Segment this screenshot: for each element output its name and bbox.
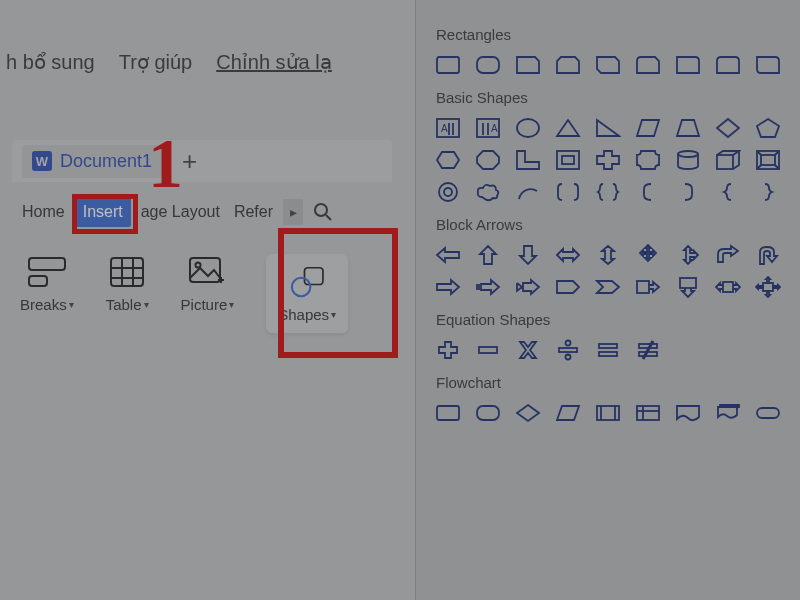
shape-hexagon[interactable] [434,148,462,172]
shape-arrow-pentagon[interactable] [554,275,582,299]
svg-rect-44 [599,344,617,348]
shape-pentagon[interactable] [754,116,782,140]
tab-scroll-right[interactable]: ▸ [283,199,303,225]
shape-fc-alt[interactable] [474,401,502,425]
shape-bevel[interactable] [754,148,782,172]
shape-fc-multidoc[interactable] [714,401,742,425]
shape-plus[interactable] [434,338,462,362]
shapes-button[interactable]: Shapes▾ [266,254,348,333]
shape-snip-diag-rect[interactable] [594,53,622,77]
shape-snip2-rect[interactable] [554,53,582,77]
shape-fc-terminator[interactable] [754,401,782,425]
shape-textbox-v[interactable]: A [474,116,502,140]
menu-item-edit[interactable]: Chỉnh sửa lạ [216,50,332,80]
shape-multiply[interactable] [514,338,542,362]
table-button[interactable]: Table▾ [106,254,149,313]
breaks-label: Breaks [20,296,67,313]
shape-arrow-callout-lr[interactable] [714,275,742,299]
shape-fc-process[interactable] [434,401,462,425]
shape-fc-internal[interactable] [634,401,662,425]
shape-round-rect[interactable] [474,53,502,77]
picture-button[interactable]: Picture▾ [181,254,235,313]
shape-equal[interactable] [594,338,622,362]
shape-trapezoid[interactable] [674,116,702,140]
shape-minus[interactable] [474,338,502,362]
shape-arrow-down[interactable] [514,243,542,267]
tab-home[interactable]: Home [18,197,69,227]
shape-diamond[interactable] [714,116,742,140]
category-rectangles: Rectangles [436,26,782,43]
shape-arrow-callout-d[interactable] [674,275,702,299]
shape-frame[interactable] [554,148,582,172]
category-flowchart: Flowchart [436,374,782,391]
shape-arrow-uturn[interactable] [754,243,782,267]
shape-arrow-ud[interactable] [594,243,622,267]
menu-item[interactable]: h bổ sung [6,50,95,80]
shape-octagon[interactable] [474,148,502,172]
shape-plaque[interactable] [634,148,662,172]
shape-not-equal[interactable] [634,338,662,362]
menu-item[interactable]: Trợ giúp [119,50,193,80]
shape-arrow-notched[interactable] [514,275,542,299]
shape-round1-rect[interactable] [674,53,702,77]
shape-parallelogram[interactable] [634,116,662,140]
word-icon: W [32,151,52,171]
shape-divide[interactable] [554,338,582,362]
shape-right-triangle[interactable] [594,116,622,140]
document-tab[interactable]: W Document1 [22,145,162,178]
shape-oval[interactable] [514,116,542,140]
tab-references[interactable]: Refer [230,197,277,227]
svg-point-42 [566,341,571,346]
shape-arrow-bent[interactable] [714,243,742,267]
svg-text:A: A [441,123,448,134]
shape-arrow-callout-r[interactable] [634,275,662,299]
shape-donut[interactable] [434,180,462,204]
ribbon-tabs: Home Insert age Layout Refer ▸ [12,190,392,234]
shape-round2-rect[interactable] [714,53,742,77]
svg-rect-2 [29,258,65,270]
table-label: Table [106,296,142,313]
row-rectangles [434,53,782,77]
shape-arc[interactable] [514,180,542,204]
shape-bracket-pair[interactable] [554,180,582,204]
shape-fc-predef[interactable] [594,401,622,425]
breaks-button[interactable]: Breaks▾ [20,254,74,313]
shape-brace-pair[interactable] [594,180,622,204]
shape-arrow-lr[interactable] [554,243,582,267]
shape-arrow-left[interactable] [434,243,462,267]
shape-right-brace[interactable] [754,180,782,204]
shape-cross[interactable] [594,148,622,172]
shape-cube[interactable] [714,148,742,172]
shape-arrow-right[interactable] [434,275,462,299]
shape-arrow-up[interactable] [474,243,502,267]
svg-point-0 [315,204,327,216]
shape-left-bracket[interactable] [634,180,662,204]
shape-right-bracket[interactable] [674,180,702,204]
svg-rect-50 [477,406,499,420]
shape-snip-rect[interactable] [514,53,542,77]
shape-rect[interactable] [434,53,462,77]
shape-fc-document[interactable] [674,401,702,425]
row-arrows-2 [434,275,782,299]
shape-l[interactable] [514,148,542,172]
shape-snip-round-rect[interactable] [634,53,662,77]
shape-round-diag-rect[interactable] [754,53,782,77]
shape-fc-decision[interactable] [514,401,542,425]
shape-left-brace[interactable] [714,180,742,204]
shape-arrow-lud[interactable] [674,243,702,267]
tab-insert[interactable]: Insert [75,197,131,227]
shape-fc-data[interactable] [554,401,582,425]
search-icon[interactable] [313,202,333,222]
svg-rect-9 [190,258,220,282]
shape-arrow-quad[interactable] [634,243,662,267]
shape-cloud[interactable] [474,180,502,204]
shape-arrow-callout-quad[interactable] [754,275,782,299]
svg-point-28 [678,151,698,157]
shape-arrow-striped[interactable] [474,275,502,299]
shape-arrow-chevron[interactable] [594,275,622,299]
shape-triangle[interactable] [554,116,582,140]
breaks-icon [26,254,68,290]
shapes-icon [286,264,328,300]
shape-can[interactable] [674,148,702,172]
shape-textbox[interactable]: A [434,116,462,140]
